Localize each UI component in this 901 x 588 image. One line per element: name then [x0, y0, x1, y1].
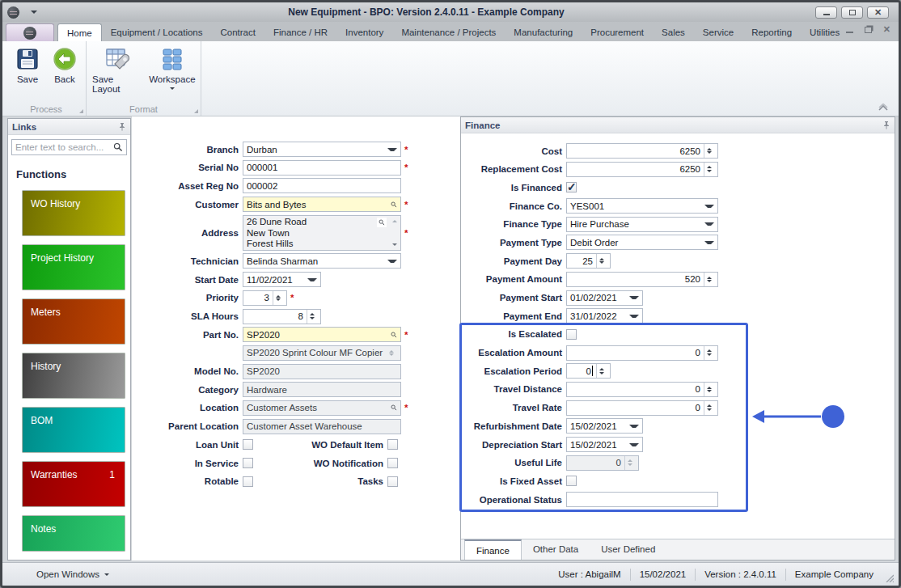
scroll-up-icon[interactable] [392, 220, 397, 222]
field-is-financed: Is Financed [461, 180, 895, 195]
search-icon[interactable] [377, 218, 387, 227]
search-icon[interactable] [387, 330, 397, 340]
doc-restore-icon[interactable] [865, 27, 872, 33]
operational-status-input[interactable] [566, 492, 718, 507]
refurbishment-date-picker[interactable]: 15/02/2021 [566, 418, 643, 434]
priority-spinner[interactable]: 3 [243, 290, 287, 306]
payment-type-select[interactable]: Debit Order [566, 235, 718, 250]
spinner-buttons[interactable] [704, 383, 714, 396]
start-date-picker[interactable]: 11/02/2021 [243, 272, 321, 287]
maximize-button[interactable] [841, 6, 863, 19]
ribbon-tab[interactable]: Service [694, 23, 742, 41]
open-windows-button[interactable]: Open Windows [36, 569, 109, 579]
bottom-tab[interactable]: User Defined [590, 539, 666, 560]
save-button[interactable]: Save [10, 45, 45, 86]
save-layout-button[interactable]: Save Layout [90, 45, 146, 95]
is-fixed-asset-checkbox[interactable] [566, 476, 577, 486]
ribbon-tab[interactable]: Manufacturing [505, 23, 582, 41]
application-button[interactable] [6, 23, 54, 41]
function-button[interactable]: Notes [22, 515, 125, 552]
dialog-launcher-icon[interactable] [194, 109, 198, 113]
ribbon-tab[interactable]: Reporting [742, 23, 801, 41]
function-button[interactable]: WO History [22, 190, 125, 236]
ribbon-tab[interactable]: Procurement [582, 23, 653, 41]
spinner-buttons[interactable] [307, 310, 317, 324]
doc-minimize-icon[interactable] [846, 32, 853, 33]
payment-day-spinner[interactable]: 25 [566, 253, 611, 269]
spinner-buttons [386, 346, 396, 360]
wo-notification-checkbox[interactable] [387, 458, 398, 468]
spinner-buttons[interactable] [596, 254, 607, 268]
payment-amount-spinner[interactable]: 520 [566, 272, 718, 287]
customer-lookup-input[interactable]: Bits and Bytes [243, 197, 401, 212]
function-button[interactable]: Meters [22, 298, 125, 345]
ribbon-tab[interactable]: Sales [653, 23, 694, 41]
replacement-cost-spinner[interactable]: 6250 [566, 162, 718, 177]
loan-unit-checkbox[interactable] [243, 439, 253, 450]
depreciation-start-picker[interactable]: 15/02/2021 [566, 437, 643, 452]
ribbon-tab[interactable]: Maintenance / Projects [392, 23, 505, 41]
bottom-tab[interactable]: Other Data [522, 539, 590, 560]
ribbon-tab[interactable]: Finance / HR [264, 23, 336, 41]
function-button[interactable]: History [22, 353, 125, 399]
spinner-buttons[interactable] [596, 364, 607, 378]
spinner-buttons[interactable] [273, 291, 283, 305]
scroll-down-icon[interactable] [392, 243, 397, 246]
asset-reg-no-input[interactable]: 000002 [243, 178, 401, 193]
ribbon-tab[interactable]: Equipment / Locations [102, 23, 212, 41]
spinner-buttons[interactable] [704, 346, 714, 360]
ribbon-tab[interactable]: Utilities [801, 23, 848, 41]
collapse-ribbon-icon[interactable] [878, 104, 889, 111]
minimize-button[interactable] [815, 6, 837, 19]
finance-type-select[interactable]: Hire Purchase [566, 217, 718, 232]
workspace-button[interactable]: Workspace [147, 45, 197, 91]
payment-end-picker[interactable]: 31/01/2022 [566, 308, 643, 324]
travel-distance-spinner[interactable]: 0 [566, 382, 718, 397]
bottom-tab[interactable]: Finance [464, 539, 522, 560]
ribbon-tab[interactable]: Contract [211, 23, 264, 41]
function-button[interactable]: BOM [22, 407, 125, 453]
pin-icon[interactable] [118, 122, 126, 132]
doc-close-icon[interactable]: ✕ [883, 25, 890, 34]
spinner-buttons[interactable] [704, 163, 714, 176]
spinner-buttons[interactable] [704, 144, 714, 158]
spinner-buttons[interactable] [704, 401, 714, 415]
escalation-amount-spinner[interactable]: 0 [566, 345, 718, 361]
is-financed-checkbox[interactable] [566, 182, 577, 192]
spinner-buttons[interactable] [704, 273, 714, 286]
location-lookup-input[interactable]: Customer Assets [243, 400, 401, 416]
serial-no-input[interactable]: 000001 [243, 160, 401, 176]
part-no-lookup-input[interactable]: SP2020 [243, 327, 401, 342]
tasks-checkbox[interactable] [387, 476, 398, 487]
branch-select[interactable]: Durban [243, 142, 401, 157]
function-button[interactable]: Warranties 1 [22, 461, 125, 507]
payment-start-picker[interactable]: 01/02/2021 [566, 290, 643, 306]
search-icon[interactable] [387, 403, 397, 412]
address-input[interactable]: 26 Dune Road New Town Forest Hills [243, 215, 401, 251]
search-icon[interactable] [387, 200, 397, 209]
finance-co-select[interactable]: YES001 [566, 198, 718, 214]
ribbon-tab[interactable]: Home [57, 23, 102, 41]
escalation-period-spinner[interactable]: 0 [566, 363, 611, 379]
wo-default-item-checkbox[interactable] [387, 439, 398, 450]
start-date-value: 11/02/2021 [247, 275, 293, 285]
payment-start-label: Payment Start [461, 293, 566, 302]
sla-hours-spinner[interactable]: 8 [243, 309, 321, 324]
rotable-checkbox[interactable] [243, 476, 253, 487]
resize-grip-icon[interactable] [884, 573, 894, 582]
dialog-launcher-icon[interactable] [79, 109, 83, 113]
function-button[interactable]: Project History [22, 244, 125, 290]
quick-access-caret-icon[interactable] [31, 11, 37, 14]
links-search-input[interactable]: Enter text to search... [11, 139, 127, 155]
is-escalated-checkbox[interactable] [566, 329, 577, 340]
technician-select[interactable]: Belinda Sharman [243, 253, 401, 269]
bottom-tab-bar: FinanceOther DataUser Defined [461, 539, 895, 560]
back-button[interactable]: Back [47, 45, 82, 86]
pin-icon[interactable] [882, 121, 890, 130]
cost-spinner[interactable]: 6250 [566, 143, 718, 159]
close-button[interactable]: ✕ [867, 6, 889, 19]
ribbon-tab[interactable]: Inventory [336, 23, 392, 41]
in-service-checkbox[interactable] [243, 458, 253, 468]
travel-rate-spinner[interactable]: 0 [566, 400, 718, 416]
spinner-buttons [624, 456, 635, 470]
